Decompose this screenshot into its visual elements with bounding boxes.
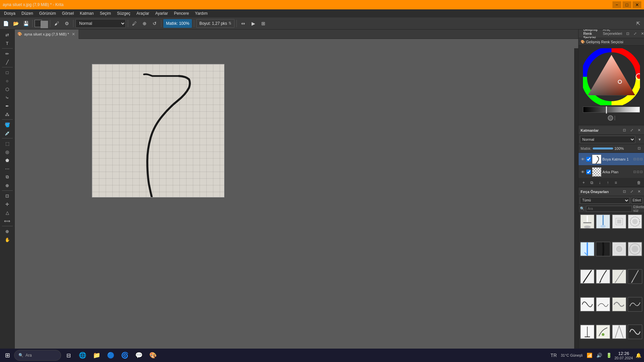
brushes-search-input[interactable] [586,206,632,212]
tool-ellipse[interactable]: ○ [1,77,13,85]
taskbar-krita[interactable]: 🎨 [146,349,160,362]
tool-ellipse-select[interactable]: ◎ [1,148,13,156]
vertical-scrollbar[interactable] [574,48,578,353]
menu-item-katman[interactable]: Katman [77,10,96,16]
tool-fill[interactable]: 🪣 [1,121,13,129]
brush-item-4[interactable] [628,214,642,229]
brushes-close-icon[interactable]: ✕ [636,189,642,195]
menu-item-görsel[interactable]: Görsel [59,10,76,16]
menu-item-seçim[interactable]: Seçim [97,10,113,16]
brush-item-1[interactable] [580,214,595,229]
brush-item-11[interactable] [612,269,627,284]
menu-item-araçlar[interactable]: Araçlar [134,10,152,16]
canvas-viewport[interactable] [15,39,578,353]
tool-text[interactable]: T [1,39,13,47]
gradient-slider-handle[interactable] [606,106,607,114]
canvas-tab[interactable]: 🎨 ayna siluet x.jpg (7,9 MiB) * ✕ [15,29,79,39]
refresh-button[interactable]: ↺ [150,19,159,28]
new-file-button[interactable]: 📄 [1,19,10,28]
canvas-tab-close[interactable]: ✕ [71,32,76,37]
maximize-button[interactable]: □ [623,1,631,8]
expand-button[interactable]: ⇱ [634,19,643,28]
tool-line[interactable]: ╱ [1,58,13,66]
layer-add-button[interactable]: + [580,179,587,186]
brush-item-2[interactable] [596,214,610,229]
tool-move[interactable]: ✛ [1,200,13,208]
color-gradient-bar[interactable] [583,107,640,113]
save-file-button[interactable]: 💾 [21,19,30,28]
brush-item-15[interactable] [612,297,627,312]
color-opacity-bar[interactable] [614,116,615,120]
layer-check-bg[interactable] [586,170,591,174]
taskbar-whatsapp[interactable]: 💬 [132,349,146,362]
start-button[interactable]: ⊞ [1,349,13,361]
tool-crop[interactable]: ⊡ [1,192,13,200]
brush-item-20[interactable] [628,324,642,339]
tray-language[interactable]: TR [549,353,558,358]
menu-item-dosya[interactable]: Dosya [1,10,18,16]
layer-action-icon-2[interactable]: ⊡ [637,157,639,161]
layer-eye-bg[interactable]: 👁 [580,169,585,175]
layer-bg-action-3[interactable]: ⊡ [640,170,643,174]
brush-item-5[interactable] [580,242,595,256]
taskbar-task-view[interactable]: ⊟ [62,349,75,362]
transform-button[interactable]: ⊕ [140,19,149,28]
tool-poly-select[interactable]: ⬟ [1,156,13,164]
brush-item-18[interactable] [596,324,610,339]
layer-up-button[interactable]: ↑ [604,179,611,186]
tool-polygon[interactable]: ⬡ [1,85,13,93]
tool-rect[interactable]: □ [1,68,13,76]
brushes-filter-select[interactable]: Tümü [580,197,630,204]
tool-transform[interactable]: ⇄ [1,31,13,39]
tool-zoom[interactable]: ⊕ [1,227,13,235]
layer-bg-action-2[interactable]: ⊡ [637,170,639,174]
menu-item-ayarlar[interactable]: Ayarlar [153,10,171,16]
taskbar-explorer[interactable]: 📁 [90,349,103,362]
menu-item-görünüm[interactable]: Görünüm [37,10,59,16]
menu-item-yardım[interactable]: Yardım [192,10,210,16]
tool-polyline[interactable]: ⤷ [1,94,13,102]
layers-config-icon[interactable]: ⊡ [621,127,627,133]
wrap-button[interactable]: ⊞ [259,19,268,28]
layers-close-icon[interactable]: ✕ [636,127,642,133]
color-panel-close-icon[interactable]: ✕ [640,31,644,37]
close-button[interactable]: ✕ [633,1,641,8]
layer-copy-button[interactable]: ⧉ [588,179,595,186]
layer-down-button[interactable]: ↓ [596,179,603,186]
menu-item-süzgeç[interactable]: Süzgeç [114,10,133,16]
tool-calligraphy[interactable]: ✒ [1,102,13,110]
layers-blend-select[interactable]: Normal [580,136,635,143]
tool-rect-select[interactable]: ⬚ [1,139,13,147]
mirror-v-button[interactable]: ▶ [249,19,258,28]
blending-mode-select[interactable]: Normal [75,19,126,28]
brushes-config-icon[interactable]: ⊡ [621,189,627,195]
layer-row-bg[interactable]: 👁 Arka Plan ⊡ ⊡ ⊡ [579,166,644,178]
layers-blend-arrow[interactable]: ▼ [637,136,643,142]
mirror-h-button[interactable]: ⇔ [239,19,248,28]
brush-item-10[interactable] [596,269,610,284]
layers-detach-icon[interactable]: ⤢ [629,127,635,133]
brush-item-12[interactable] [628,269,642,284]
taskbar-edge[interactable]: 🌐 [76,349,89,362]
taskbar-chrome[interactable]: 🔵 [104,349,117,362]
layer-delete-button[interactable]: 🗑 [635,179,643,186]
tray-network[interactable]: 📶 [585,353,594,358]
brush-item-7[interactable] [612,242,627,256]
tool-similar-select[interactable]: ⊕ [1,181,13,189]
layer-action-icon-1[interactable]: ⊡ [633,157,636,161]
taskbar-clock[interactable]: 12:26 20.07.2024 [614,351,633,360]
layer-bg-action-1[interactable]: ⊡ [633,170,636,174]
tray-volume[interactable]: 🔊 [595,353,603,358]
brushes-tag-button[interactable]: Etiket [631,197,643,204]
tool-assistant[interactable]: △ [1,208,13,217]
layer-row-paint[interactable]: 👁 Boya Katmanı 1 ⊡ ⊡ ⊡ [579,153,644,166]
color-panel-config-icon[interactable]: ⊡ [625,31,631,37]
tool-measurement[interactable]: ⟺ [1,217,13,225]
layer-action-icon-3[interactable]: ⊡ [640,157,643,161]
layer-options-button[interactable]: ≡ [612,179,620,186]
brushes-detach-icon[interactable]: ⤢ [629,189,635,195]
brush-item-9[interactable] [580,269,595,284]
open-file-button[interactable]: 📂 [11,19,20,28]
menu-item-düzen[interactable]: Düzen [19,10,36,16]
brush-item-6[interactable] [596,242,610,256]
